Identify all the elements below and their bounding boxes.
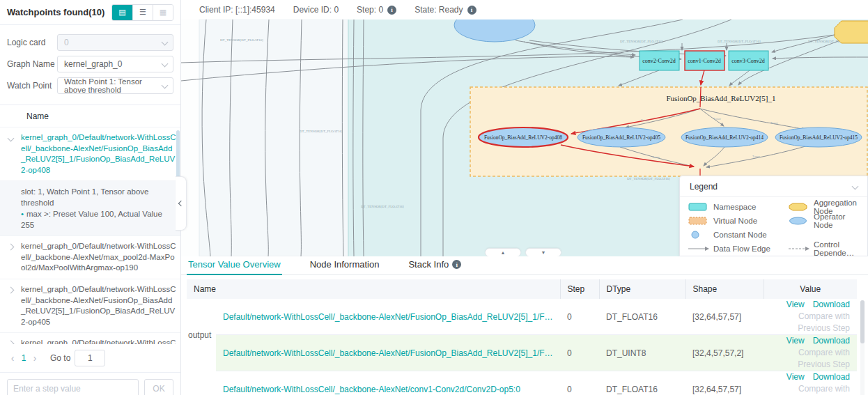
download-link[interactable]: Download <box>813 372 850 382</box>
state-status: State: Ready i <box>414 5 476 15</box>
svg-text:conv1-Conv2d: conv1-Conv2d <box>688 58 721 64</box>
collapse-left-icon <box>178 201 183 206</box>
cell-shape: [32,64,57,57] <box>685 299 764 335</box>
legend-label: Constant Node <box>713 229 789 240</box>
svg-text:FusionOp_BiasAdd_ReLUV2-op405: FusionOp_BiasAdd_ReLUV2-op405 <box>582 134 660 141</box>
compare-link[interactable]: Compare with Previous Step <box>770 383 850 395</box>
tree-view-button[interactable]: ▤ <box>112 5 132 20</box>
group-label-input: input <box>187 371 216 395</box>
svg-text:Tensor: Tensor <box>652 155 660 159</box>
watchpoint-hit-detail: slot: 1, Watch Point 1, Tensor above thr… <box>0 181 180 236</box>
conv-nodes: conv2-Conv2d conv1-Conv2d conv3-Conv2d <box>640 51 768 70</box>
chevron-down-icon[interactable] <box>852 183 859 190</box>
svg-text:FusionOp_BiasAdd_ReLUV2-op408: FusionOp_BiasAdd_ReLUV2-op408 <box>484 134 562 141</box>
table-row: output Default/network-WithLossCell/_bac… <box>187 299 857 335</box>
ok-button[interactable]: OK <box>144 379 173 395</box>
download-link[interactable]: Download <box>813 336 850 346</box>
col-step: Step <box>560 279 599 299</box>
compare-link[interactable]: Compare with Previous Step <box>770 347 850 371</box>
tensor-panel: Tensor Value Overview Node Information S… <box>181 256 868 395</box>
graph-name-label: Graph Name <box>7 59 57 69</box>
view-link[interactable]: View <box>786 372 805 382</box>
tensor-name-link[interactable]: Default/network-WithLossCell/_backbone-A… <box>223 312 553 322</box>
table-view-button[interactable]: ▦ <box>153 5 173 20</box>
watch-point-label: Watch Point <box>7 81 57 91</box>
view-link[interactable]: View <box>786 300 805 309</box>
cell-step: 0 <box>560 299 599 335</box>
chevron-down-icon <box>162 82 169 89</box>
list-item[interactable]: kernel_graph_0/Default/network-WithLossC… <box>0 333 180 344</box>
svg-text:DT_TENSOR[DT_FLOAT16]: DT_TENSOR[DT_FLOAT16] <box>627 177 670 180</box>
step-status: Step: 0 i <box>357 5 396 15</box>
aggregation-swatch <box>789 201 814 212</box>
svg-text:DT_TENSOR[DT_FLOAT16]: DT_TENSOR[DT_FLOAT16] <box>620 40 663 43</box>
view-toggle-group: ▤ ☰ ▦ <box>111 4 173 21</box>
namespace-swatch <box>688 201 713 212</box>
table-scrollbar[interactable] <box>860 300 865 395</box>
legend-label: Control Depende… <box>814 242 859 254</box>
client-ip: Client IP: [::1]:45934 <box>199 5 275 15</box>
bullet-icon: • <box>21 210 24 218</box>
cell-shape: [32,64,57,57] <box>685 371 764 395</box>
tab-tensor-value-overview[interactable]: Tensor Value Overview <box>187 256 282 275</box>
tensor-name-link[interactable]: Default/network-WithLossCell/_backbone-A… <box>223 348 553 358</box>
list-item[interactable]: kernel_graph_0/Default/network-WithLossC… <box>0 279 180 333</box>
watch-point-select[interactable]: Watch Point 1: Tensor above threshold <box>57 77 173 94</box>
current-page[interactable]: 1 <box>18 353 29 363</box>
tensor-name-link[interactable]: Default/network-WithLossCell/_backbone-A… <box>223 385 553 394</box>
svg-text:FusionOp_BiasAdd_ReLUV2-op414: FusionOp_BiasAdd_ReLUV2-op414 <box>685 134 764 141</box>
panel-collapse-button[interactable]: ▼ <box>525 248 561 256</box>
aggregation-node[interactable] <box>835 21 868 43</box>
chevron-right-icon[interactable] <box>0 241 21 274</box>
download-link[interactable]: Download <box>813 300 850 309</box>
next-page-button[interactable]: › <box>29 353 40 364</box>
group-label-output: output <box>187 299 216 371</box>
info-icon[interactable]: i <box>467 6 476 15</box>
chevron-down-icon <box>162 61 169 68</box>
graph-name-select[interactable]: kernel_graph_0 <box>57 56 173 72</box>
svg-text:Tensor: Tensor <box>641 118 649 122</box>
graph-canvas[interactable]: DT_TENSOR[DT_FLOAT16] DT_TENSOR[DT_FLOAT… <box>181 20 868 256</box>
info-icon[interactable]: i <box>452 260 461 269</box>
col-shape: Shape <box>685 279 764 299</box>
panel-expand-button[interactable]: ▲ <box>485 248 521 256</box>
sidebar-collapse-handle[interactable] <box>176 176 187 231</box>
prev-page-button[interactable]: ‹ <box>7 353 18 364</box>
legend-title: Legend <box>690 182 718 192</box>
table-header-row: Name Step DType Shape Value <box>187 279 857 299</box>
sidebar-header: Watchpoints found(10) ▤ ☰ ▦ <box>0 0 180 25</box>
table-row: input Default/network-WithLossCell/_back… <box>187 371 857 395</box>
logic-card-label: Logic card <box>7 38 57 47</box>
cell-step: 0 <box>560 371 599 395</box>
watchpoints-sidebar: Watchpoints found(10) ▤ ☰ ▦ Logic card 0… <box>0 0 181 395</box>
goto-page-input[interactable] <box>75 350 105 366</box>
step-value-input[interactable] <box>7 379 139 395</box>
svg-text:Tensor: Tensor <box>752 155 760 158</box>
tab-node-information[interactable]: Node Information <box>309 256 381 274</box>
svg-text:DT_TENSOR[DT_FLOAT16]: DT_TENSOR[DT_FLOAT16] <box>220 38 263 42</box>
view-link[interactable]: View <box>786 336 805 346</box>
virtual-node-swatch <box>688 215 713 226</box>
legend-label: Operator Node <box>814 215 859 226</box>
chevron-down-icon[interactable] <box>0 132 21 176</box>
chevron-right-icon[interactable] <box>0 338 21 344</box>
list-view-button[interactable]: ☰ <box>132 5 153 20</box>
chevron-right-icon[interactable] <box>0 284 21 327</box>
main-area: Client IP: [::1]:45934 Device ID: 0 Step… <box>181 0 868 395</box>
table-row-highlighted: Default/network-WithLossCell/_backbone-A… <box>187 335 857 371</box>
watchpoint-list: kernel_graph_0/Default/network-WithLossC… <box>0 127 180 344</box>
tab-stack-info[interactable]: Stack Infoi <box>407 256 463 274</box>
tab-bar: Tensor Value Overview Node Information S… <box>181 256 868 275</box>
list-scrollbar[interactable] <box>176 130 180 180</box>
goto-label: Go to <box>50 353 70 363</box>
list-item[interactable]: kernel_graph_0/Default/network-WithLossC… <box>0 236 180 279</box>
logic-card-select[interactable]: 0 <box>57 34 173 51</box>
svg-text:conv2-Conv2d: conv2-Conv2d <box>642 58 676 64</box>
compare-link[interactable]: Compare with Previous Step <box>770 311 850 334</box>
graph-subpanel <box>199 20 348 256</box>
list-header-name: Name <box>0 104 180 127</box>
fusion-namespace-title: FusionOp_BiasAdd_ReLUV2[5]_1 <box>666 94 775 102</box>
list-item[interactable]: kernel_graph_0/Default/network-WithLossC… <box>0 127 180 181</box>
chevron-down-icon <box>162 39 169 46</box>
info-icon[interactable]: i <box>387 6 396 15</box>
